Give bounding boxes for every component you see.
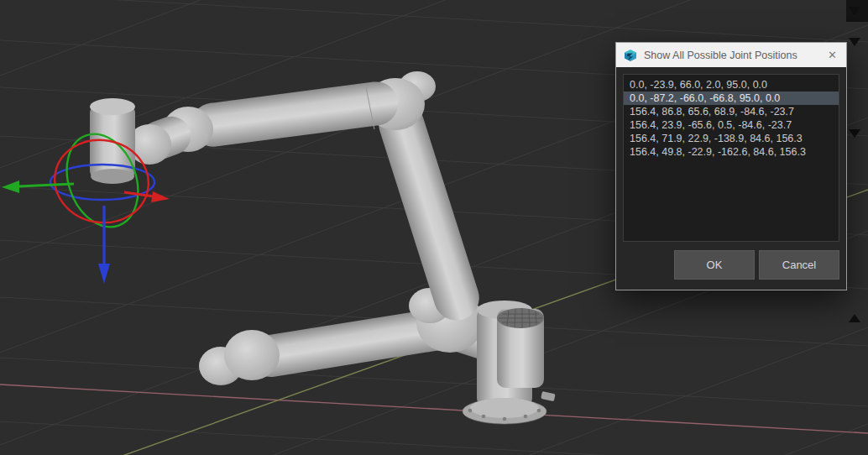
gizmo-axis-y <box>18 184 74 186</box>
viewport-3d[interactable]: Show All Possible Joint Positions ✕ 0.0,… <box>0 0 868 455</box>
joint-positions-list: 0.0, -23.9, 66.0, 2.0, 95.0, 0.0 0.0, -8… <box>623 74 839 242</box>
dialog-title: Show All Possible Joint Positions <box>644 50 818 61</box>
collapse-arrow-down-icon[interactable] <box>849 129 860 138</box>
collapse-arrow-down-icon[interactable] <box>849 7 860 15</box>
joint-row[interactable]: 156.4, 23.9, -65.6, 0.5, -84.6, -23.7 <box>624 118 839 132</box>
dialog-buttons: OK Cancel <box>623 250 839 280</box>
gizmo-arrow-z <box>98 264 110 284</box>
joint-row[interactable]: 0.0, -87.2, -66.0, -66.8, 95.0, 0.0 <box>624 92 839 105</box>
ok-button[interactable]: OK <box>674 250 755 280</box>
robodk-logo-icon <box>623 48 638 63</box>
close-icon[interactable]: ✕ <box>824 49 841 61</box>
robot-arm[interactable] <box>90 71 556 424</box>
cancel-button[interactable]: Cancel <box>759 250 839 280</box>
gizmo-arrow-y <box>2 180 19 193</box>
dialog-body: 0.0, -23.9, 66.0, 2.0, 95.0, 0.0 0.0, -8… <box>616 67 846 290</box>
joint-row[interactable]: 0.0, -23.9, 66.0, 2.0, 95.0, 0.0 <box>624 78 839 92</box>
collapse-arrow-up-icon[interactable] <box>849 314 860 322</box>
joint-row[interactable]: 156.4, 86.8, 65.6, 68.9, -84.6, -23.7 <box>624 105 839 118</box>
gizmo-arrow-x <box>151 191 170 202</box>
collapse-arrow-down-icon[interactable] <box>849 38 860 46</box>
joint-positions-dialog: Show All Possible Joint Positions ✕ 0.0,… <box>615 42 847 290</box>
joint-row[interactable]: 156.4, 49.8, -22.9, -162.6, 84.6, 156.3 <box>624 145 839 159</box>
dialog-titlebar[interactable]: Show All Possible Joint Positions ✕ <box>616 43 846 67</box>
joint-row[interactable]: 156.4, 71.9, 22.9, -138.9, 84.6, 156.3 <box>624 132 839 145</box>
world-axis-x <box>0 384 868 433</box>
